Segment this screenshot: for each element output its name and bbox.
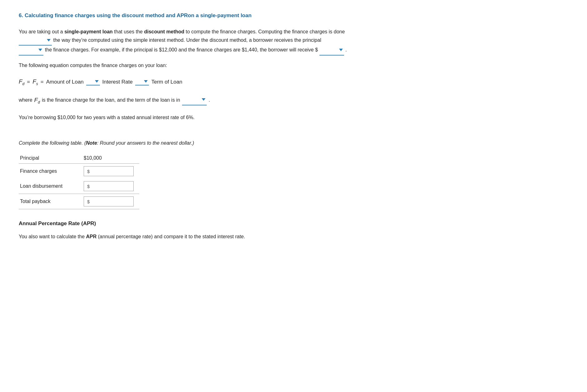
dropdown-receive-amount-arrow xyxy=(339,49,343,51)
where-pre: where xyxy=(19,96,32,105)
intro-paragraph: You are taking out a single-payment loan… xyxy=(19,27,568,56)
dropdown-times1-label xyxy=(87,79,93,84)
total-payback-dollar: $ xyxy=(87,199,90,204)
dropdown-receive-amount[interactable] xyxy=(319,46,344,55)
dropdown-minus-arrow xyxy=(38,49,42,51)
table-section: Principal $10,000 Finance charges $ Loan… xyxy=(19,153,568,209)
table-row: Loan disbursement $ xyxy=(19,179,139,194)
equation-intro: The following equation computes the fina… xyxy=(19,61,568,70)
dropdown-minus-label xyxy=(20,46,37,54)
intro-line1-mid: that uses the xyxy=(113,29,144,34)
amount-of-loan-label: Amount of Loan xyxy=(46,79,84,85)
dropdown-times2-arrow xyxy=(144,80,148,83)
dropdown-not-same[interactable] xyxy=(19,36,52,46)
borrowing-line: You’re borrowing $10,000 for two years w… xyxy=(19,113,568,122)
intro-line2-post: the way they’re computed using the simpl… xyxy=(53,37,321,43)
dropdown-times1[interactable] xyxy=(86,79,100,85)
eq-equals1: = xyxy=(27,79,30,85)
complete-instruction: Complete the following table. (Note: Rou… xyxy=(19,140,568,146)
intro-bold2: discount method xyxy=(144,29,184,34)
total-payback-input[interactable] xyxy=(91,199,128,204)
where-end: . xyxy=(209,96,210,105)
page-title: 6. Calculating finance charges using the… xyxy=(19,12,568,19)
intro-line1-post: to compute the finance charges. Computin… xyxy=(184,29,345,34)
dropdown-not-same-label xyxy=(20,36,45,44)
table-row: Finance charges $ xyxy=(19,164,139,179)
where-line: where Fd is the finance charge for the l… xyxy=(19,95,568,106)
dropdown-term-unit[interactable] xyxy=(182,95,207,105)
intro-line1-pre: You are taking out a xyxy=(19,29,64,34)
principal-value: $10,000 xyxy=(81,153,139,164)
apr-title: Annual Percentage Rate (APR) xyxy=(19,220,568,227)
Fd-symbol: Fd xyxy=(19,78,24,86)
dropdown-minus[interactable] xyxy=(19,46,43,55)
equation-line: Fd = Fs = Amount of Loan Interest Rate T… xyxy=(19,78,568,86)
loan-disbursement-dollar: $ xyxy=(87,184,90,189)
dropdown-times2[interactable] xyxy=(135,79,149,85)
apr-desc-pre: You also want to calculate the xyxy=(19,234,86,239)
finance-charges-input[interactable] xyxy=(91,168,128,174)
Fs-symbol: Fs xyxy=(32,78,38,86)
eq-equals2: = xyxy=(41,79,44,85)
finance-charges-label: Finance charges xyxy=(19,164,81,179)
dropdown-receive-amount-label xyxy=(321,46,337,54)
loan-disbursement-input[interactable] xyxy=(91,183,128,189)
intro-bold1: single-payment loan xyxy=(64,29,113,34)
instruction-post: : Round your answers to the nearest doll… xyxy=(97,140,194,146)
apr-desc-post: (annual percentage rate) and compare it … xyxy=(96,234,245,239)
term-of-loan-label: Term of Loan xyxy=(151,79,182,85)
total-payback-cell: $ xyxy=(81,194,139,209)
finance-table: Principal $10,000 Finance charges $ Loan… xyxy=(19,153,139,209)
total-payback-input-wrapper: $ xyxy=(84,196,134,206)
intro-line3-post: the finance charges. For example, if the… xyxy=(45,47,318,52)
intro-line3-end: . xyxy=(345,47,347,52)
table-row: Principal $10,000 xyxy=(19,153,139,164)
dropdown-not-same-arrow xyxy=(47,39,51,41)
apr-bold: APR xyxy=(86,234,97,239)
dropdown-times2-label xyxy=(136,79,142,84)
where-post: is the finance charge for the loan, and … xyxy=(42,96,180,105)
finance-charges-input-wrapper: $ xyxy=(84,166,134,176)
finance-charges-dollar: $ xyxy=(87,169,90,174)
principal-amount: $10,000 xyxy=(84,155,102,161)
principal-label: Principal xyxy=(19,153,81,164)
interest-rate-label: Interest Rate xyxy=(102,79,133,85)
finance-charges-cell: $ xyxy=(81,164,139,179)
dropdown-times1-arrow xyxy=(95,80,99,83)
instruction-pre: Complete the following table. ( xyxy=(19,140,86,146)
loan-disbursement-input-wrapper: $ xyxy=(84,181,134,191)
total-payback-label: Total payback xyxy=(19,194,81,209)
dropdown-term-unit-label xyxy=(183,95,200,104)
dropdown-term-unit-arrow xyxy=(202,98,205,101)
loan-disbursement-cell: $ xyxy=(81,179,139,194)
loan-disbursement-label: Loan disbursement xyxy=(19,179,81,194)
where-Fd: Fd xyxy=(34,95,40,106)
apr-description: You also want to calculate the APR (annu… xyxy=(19,232,568,241)
instruction-note: Note xyxy=(86,140,97,146)
table-row: Total payback $ xyxy=(19,194,139,209)
